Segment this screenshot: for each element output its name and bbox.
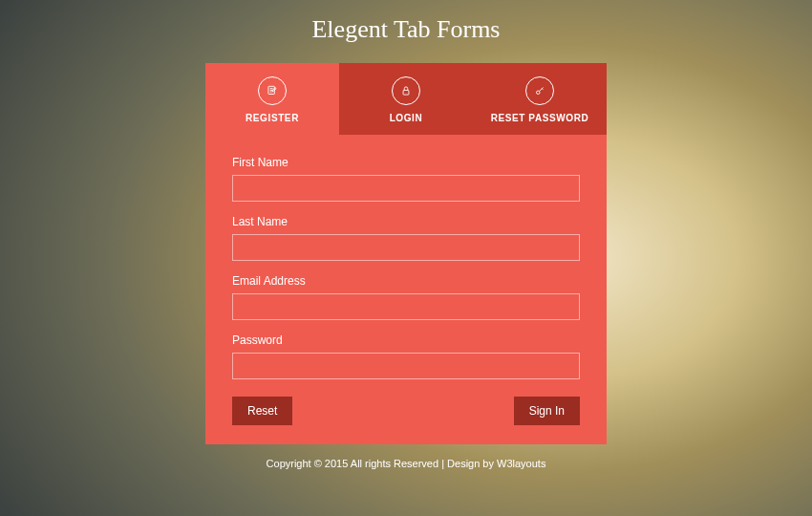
tab-label: LOGIN bbox=[390, 113, 423, 123]
first-name-label: First Name bbox=[232, 156, 580, 169]
password-label: Password bbox=[232, 333, 580, 347]
email-field[interactable] bbox=[232, 293, 580, 320]
tab-label: RESET PASSWORD bbox=[491, 113, 589, 123]
form-actions: Reset Sign In bbox=[232, 397, 580, 425]
key-icon bbox=[525, 76, 554, 105]
lock-icon bbox=[392, 76, 420, 105]
register-form: First Name Last Name Email Address Passw… bbox=[205, 135, 607, 444]
form-card: REGISTER LOGIN RESET PASSWORD First Name… bbox=[205, 63, 607, 444]
reset-button[interactable]: Reset bbox=[232, 397, 292, 425]
tab-reset-password[interactable]: RESET PASSWORD bbox=[473, 63, 607, 135]
field-row: Last Name bbox=[232, 215, 580, 261]
tab-bar: REGISTER LOGIN RESET PASSWORD bbox=[205, 63, 607, 135]
footer-text: Copyright © 2015 All rights Reserved | D… bbox=[267, 458, 546, 469]
email-label: Email Address bbox=[232, 274, 580, 288]
tab-login[interactable]: LOGIN bbox=[339, 63, 473, 135]
svg-rect-1 bbox=[403, 90, 409, 95]
last-name-field[interactable] bbox=[232, 234, 580, 261]
last-name-label: Last Name bbox=[232, 215, 580, 228]
password-field[interactable] bbox=[232, 353, 580, 379]
page-title: Elegent Tab Forms bbox=[311, 15, 500, 44]
tab-register[interactable]: REGISTER bbox=[205, 63, 339, 135]
field-row: Password bbox=[232, 333, 580, 379]
field-row: Email Address bbox=[232, 274, 580, 320]
signin-button[interactable]: Sign In bbox=[514, 397, 580, 425]
tab-label: REGISTER bbox=[246, 113, 299, 123]
first-name-field[interactable] bbox=[232, 175, 580, 202]
edit-icon bbox=[258, 76, 287, 105]
field-row: First Name bbox=[232, 156, 580, 202]
